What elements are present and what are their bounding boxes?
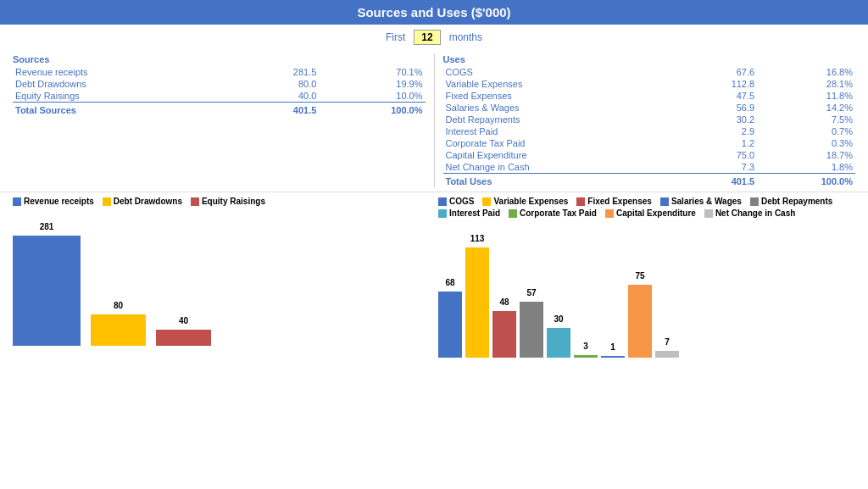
- bar-label: 281: [40, 222, 54, 231]
- uses-row-pct: 14.2%: [757, 102, 855, 114]
- uses-row-pct: 7.5%: [757, 114, 855, 125]
- sources-row-pct: 70.1%: [319, 66, 425, 78]
- sources-row-label: Equity Raisings: [13, 90, 237, 103]
- sources-row-label: Revenue receipts: [13, 66, 237, 78]
- legend-label: Fixed Expenses: [587, 197, 652, 206]
- uses-row-pct: 11.8%: [757, 90, 855, 102]
- bar-label: 57: [526, 288, 536, 297]
- legend-color: [438, 197, 447, 206]
- uses-row: Debt Repayments 30.2 7.5%: [443, 114, 856, 125]
- left-chart: Revenue receiptsDebt DrawdownsEquity Rai…: [8, 197, 434, 358]
- bar: [547, 328, 570, 358]
- uses-row: Net Change in Cash 7.3 1.8%: [443, 161, 856, 174]
- legend-item: Fixed Expenses: [576, 197, 652, 206]
- uses-row: COGS 67.6 16.8%: [443, 66, 856, 78]
- right-chart-legend: COGSVariable ExpensesFixed ExpensesSalar…: [438, 197, 855, 218]
- legend-color: [576, 197, 585, 206]
- months-row: First 12 months: [0, 25, 868, 50]
- uses-row-label: Corporate Tax Paid: [443, 137, 682, 149]
- uses-row: Salaries & Wages 56.9 14.2%: [443, 102, 856, 114]
- legend-item: COGS: [438, 197, 474, 206]
- bar-group: 40: [156, 330, 211, 346]
- sources-row-value: 40.0: [237, 90, 320, 103]
- bar-group: 48: [492, 311, 516, 358]
- bar-group: 113: [465, 247, 489, 358]
- uses-row-value: 75.0: [681, 149, 757, 161]
- uses-row: Fixed Expenses 47.5 11.8%: [443, 90, 856, 102]
- legend-label: Debt Repayments: [761, 197, 832, 206]
- bar-group: 30: [547, 328, 570, 358]
- uses-total-pct: 100.0%: [757, 174, 855, 188]
- legend-color: [750, 197, 759, 206]
- uses-total-label: Total Uses: [443, 174, 682, 188]
- uses-row-label: Interest Paid: [443, 125, 682, 137]
- uses-row-value: 7.3: [681, 161, 757, 174]
- legend-color: [13, 197, 21, 206]
- bar-group: 281: [13, 236, 81, 346]
- sources-total-value: 401.5: [237, 103, 320, 117]
- bar: [628, 285, 652, 358]
- sources-panel: Sources Revenue receipts 281.5 70.1% Deb…: [8, 54, 430, 187]
- legend-color: [605, 209, 614, 218]
- legend-label: Net Change in Cash: [715, 208, 795, 218]
- legend-label: Corporate Tax Paid: [520, 208, 597, 218]
- legend-label: Capital Expenditure: [616, 208, 696, 218]
- uses-total-value: 401.5: [681, 174, 757, 188]
- uses-row-pct: 0.3%: [757, 137, 855, 149]
- uses-row-label: Salaries & Wages: [443, 102, 682, 114]
- uses-row-value: 56.9: [681, 102, 757, 114]
- uses-row: Capital Expenditure 75.0 18.7%: [443, 149, 856, 161]
- bar: [492, 311, 516, 358]
- sources-row: Revenue receipts 281.5 70.1%: [13, 66, 426, 78]
- legend-item: Equity Raisings: [191, 197, 265, 206]
- uses-row-value: 1.2: [681, 137, 757, 149]
- uses-panel: Uses COGS 67.6 16.8% Variable Expenses 1…: [439, 54, 860, 187]
- bar: [156, 330, 211, 346]
- bar-label: 30: [554, 314, 563, 324]
- sources-row-pct: 10.0%: [319, 90, 425, 103]
- uses-row-pct: 28.1%: [757, 78, 855, 90]
- legend-color: [509, 209, 517, 218]
- sources-row-value: 281.5: [237, 66, 320, 78]
- sources-row: Debt Drawdowns 80.0 19.9%: [13, 78, 426, 90]
- legend-item: Debt Drawdowns: [103, 197, 182, 206]
- legend-color: [438, 209, 447, 218]
- uses-row-pct: 0.7%: [757, 125, 855, 137]
- sources-title: Sources: [13, 54, 426, 64]
- bar-label: 80: [114, 301, 123, 310]
- months-input[interactable]: 12: [414, 30, 440, 45]
- legend-color: [103, 197, 111, 206]
- legend-item: Interest Paid: [438, 208, 500, 218]
- uses-row: Interest Paid 2.9 0.7%: [443, 125, 856, 137]
- bar: [465, 247, 489, 358]
- uses-row-value: 30.2: [681, 114, 757, 125]
- legend-label: Salaries & Wages: [671, 197, 742, 206]
- bar: [601, 356, 625, 358]
- legend-color: [482, 197, 491, 206]
- right-chart: COGSVariable ExpensesFixed ExpensesSalar…: [434, 197, 860, 358]
- bar-label: 40: [179, 316, 188, 325]
- bar: [574, 355, 598, 358]
- legend-item: Revenue receipts: [13, 197, 94, 206]
- uses-row-value: 67.6: [681, 66, 757, 78]
- sources-total-row: Total Sources 401.5 100.0%: [13, 103, 426, 117]
- left-chart-legend: Revenue receiptsDebt DrawdownsEquity Rai…: [13, 197, 430, 206]
- legend-label: Debt Drawdowns: [114, 197, 182, 206]
- charts-section: Revenue receiptsDebt DrawdownsEquity Rai…: [0, 192, 868, 358]
- bar-label: 7: [665, 337, 670, 347]
- sources-total-pct: 100.0%: [319, 103, 425, 117]
- legend-item: Salaries & Wages: [660, 197, 742, 206]
- legend-color: [191, 197, 199, 206]
- uses-row-label: Fixed Expenses: [443, 90, 682, 102]
- bar-group: 7: [655, 351, 679, 358]
- bar-group: 68: [438, 292, 462, 358]
- legend-color: [660, 197, 669, 206]
- uses-row-label: COGS: [443, 66, 682, 78]
- legend-label: Variable Expenses: [493, 197, 568, 206]
- bar-label: 48: [499, 297, 509, 307]
- uses-table: COGS 67.6 16.8% Variable Expenses 112.8 …: [443, 66, 856, 187]
- uses-row-pct: 16.8%: [757, 66, 855, 78]
- legend-color: [704, 209, 713, 218]
- bar-group: 1: [601, 356, 625, 358]
- bar: [438, 292, 462, 358]
